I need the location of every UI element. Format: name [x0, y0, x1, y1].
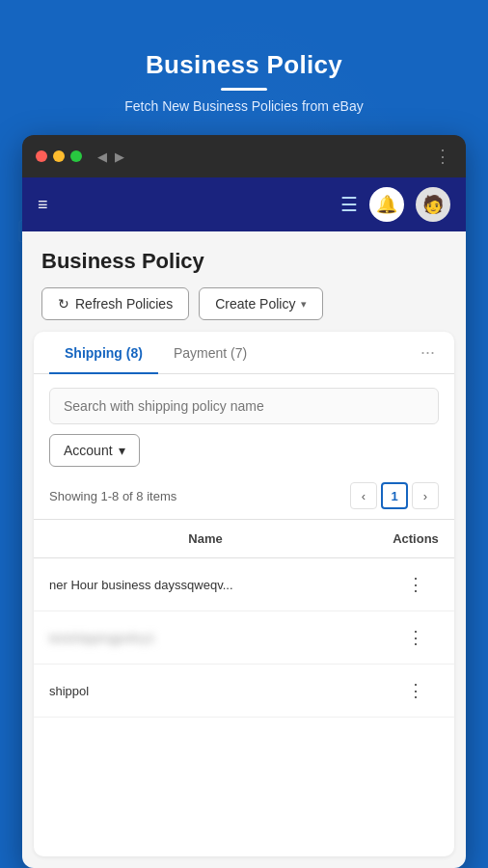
table-row: shippol ⋮ [34, 665, 454, 718]
hero-title: Business Policy [146, 50, 342, 80]
browser-dots [36, 150, 82, 162]
account-section: Account ▾ [34, 434, 454, 476]
hamburger-icon[interactable]: ≡ [38, 195, 48, 215]
table-header: Name Actions [34, 519, 454, 558]
main-content: Business Policy ↻ Refresh Policies Creat… [22, 231, 466, 868]
table-container: Name Actions ner Hour business dayssqweq… [34, 519, 454, 856]
dot-red[interactable] [36, 150, 47, 162]
refresh-policies-button[interactable]: ↻ Refresh Policies [41, 287, 189, 320]
tabs-container: Shipping (8) Payment (7) ··· [34, 332, 454, 374]
hero-divider [221, 88, 267, 91]
tabs-more-icon[interactable]: ··· [417, 335, 439, 370]
row-1-name: ner Hour business dayssqweqv... [34, 566, 377, 604]
nav-forward-icon[interactable]: ▶ [113, 149, 126, 164]
browser-window: ◀ ▶ ⋮ ≡ ☰ 🔔 🧑 Business Polic [22, 135, 466, 868]
notification-bell-button[interactable]: 🔔 [369, 187, 404, 222]
dot-green[interactable] [70, 150, 82, 162]
tab-shipping[interactable]: Shipping (8) [49, 332, 158, 374]
page-title: Business Policy [41, 249, 447, 274]
document-icon[interactable]: ☰ [340, 193, 358, 216]
refresh-label: Refresh Policies [75, 296, 173, 312]
app-toolbar: ≡ ☰ 🔔 🧑 [22, 177, 466, 231]
row-3-name: shippol [34, 672, 377, 710]
tab-payment[interactable]: Payment (7) [158, 332, 262, 374]
col-actions-header: Actions [377, 520, 454, 557]
avatar[interactable]: 🧑 [416, 187, 450, 222]
account-label: Account [64, 443, 113, 458]
browser-nav: ◀ ▶ [95, 149, 126, 164]
col-name-header: Name [34, 520, 377, 557]
row-2-name: testshippingpolicy1 [34, 619, 377, 657]
action-buttons: ↻ Refresh Policies Create Policy ▾ [41, 287, 447, 320]
chevron-down-icon: ▾ [301, 298, 307, 311]
table-row: ner Hour business dayssqweqv... ⋮ [34, 558, 454, 611]
table-row: testshippingpolicy1 ⋮ [34, 611, 454, 665]
search-input[interactable] [49, 388, 439, 424]
pagination-section: Showing 1-8 of 8 items ‹ 1 › [34, 476, 454, 519]
refresh-icon: ↻ [58, 296, 69, 312]
search-section [34, 374, 454, 434]
prev-page-button[interactable]: ‹ [350, 482, 377, 509]
nav-back-icon[interactable]: ◀ [95, 149, 109, 164]
create-label: Create Policy [215, 296, 295, 312]
avatar-image: 🧑 [422, 194, 444, 215]
row-1-actions: ⋮ [377, 558, 454, 610]
bell-icon: 🔔 [376, 194, 397, 215]
page-1-button[interactable]: 1 [381, 482, 408, 509]
showing-text: Showing 1-8 of 8 items [49, 489, 176, 503]
browser-more-icon[interactable]: ⋮ [434, 146, 452, 167]
row-1-actions-menu-icon[interactable]: ⋮ [403, 570, 428, 599]
page-header: Business Policy ↻ Refresh Policies Creat… [22, 231, 466, 332]
pagination-controls: ‹ 1 › [350, 482, 439, 509]
account-chevron-icon: ▾ [119, 443, 125, 458]
account-dropdown-button[interactable]: Account ▾ [49, 434, 140, 467]
create-policy-button[interactable]: Create Policy ▾ [199, 287, 323, 320]
toolbar-right: ☰ 🔔 🧑 [340, 187, 450, 222]
hero-subtitle: Fetch New Business Policies from eBay [124, 98, 363, 114]
dot-yellow[interactable] [53, 150, 65, 162]
policy-card: Shipping (8) Payment (7) ··· Account ▾ [34, 332, 454, 856]
row-2-actions-menu-icon[interactable]: ⋮ [403, 623, 428, 652]
browser-chrome: ◀ ▶ ⋮ [22, 135, 466, 177]
row-3-actions: ⋮ [377, 665, 454, 717]
row-2-actions: ⋮ [377, 611, 454, 664]
row-3-actions-menu-icon[interactable]: ⋮ [403, 676, 428, 705]
next-page-button[interactable]: › [412, 482, 439, 509]
